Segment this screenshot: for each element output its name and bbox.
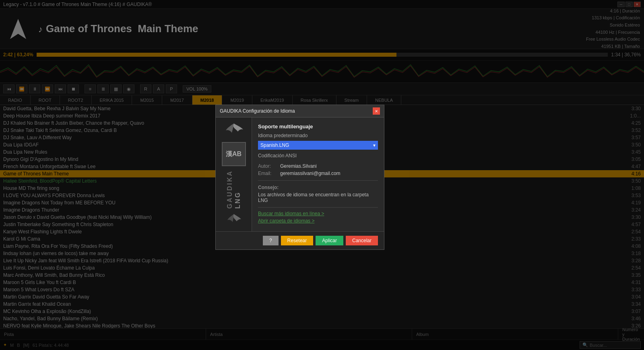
modal-titlebar: GAUDIKA Configuración de Idioma ✕ bbox=[216, 105, 384, 117]
modal-buttons: ? Resetear Aplicar Cancelar bbox=[216, 231, 384, 249]
consejo-text: Los archivos de idioma se encuentran en … bbox=[258, 192, 378, 203]
author-row: Autor: Geremias.Silvani bbox=[258, 163, 378, 169]
lang-label: Idioma predeterminado bbox=[258, 133, 378, 138]
gaudika-icon-box: 漢AB bbox=[222, 142, 246, 166]
email-label: Email: bbox=[258, 171, 280, 176]
ansi-label: Codificación ANSI bbox=[258, 153, 378, 159]
consejo-label: Consejo: bbox=[258, 185, 378, 190]
author-label: Autor: bbox=[258, 163, 280, 169]
apply-button[interactable]: Aplicar bbox=[316, 236, 343, 245]
modal-sidebar: 漢AB GAUDIKA LNG bbox=[216, 117, 252, 231]
modal-title: GAUDIKA Configuración de Idioma bbox=[220, 108, 295, 114]
gaudika-text-area: GAUDIKA LNG bbox=[226, 170, 242, 209]
modal-content: Soporte multilenguaje Idioma predetermin… bbox=[252, 117, 384, 231]
modal-body: 漢AB GAUDIKA LNG bbox=[216, 117, 384, 231]
lang-select[interactable]: Spanish.LNG English.LNG Portuguese.LNG bbox=[258, 141, 378, 150]
search-online-link[interactable]: Buscar más idiomas en línea > bbox=[258, 211, 378, 216]
bird-icon-top bbox=[224, 121, 244, 139]
help-button[interactable]: ? bbox=[263, 236, 279, 245]
open-folder-link[interactable]: Abrir carpeta de idiomas > bbox=[258, 218, 378, 224]
reset-button[interactable]: Resetear bbox=[281, 236, 314, 245]
gaudika-logo: 漢AB GAUDIKA LNG bbox=[220, 117, 248, 231]
email-value: geremiassilvani@gmail.com bbox=[280, 171, 341, 176]
email-row: Email: geremiassilvani@gmail.com bbox=[258, 171, 378, 176]
bird-icon-bottom bbox=[226, 212, 242, 227]
modal-divider2 bbox=[258, 207, 378, 208]
modal-overlay: GAUDIKA Configuración de Idioma ✕ 漢AB bbox=[0, 0, 644, 350]
cancel-button[interactable]: Cancelar bbox=[346, 236, 378, 245]
author-value: Geremias.Silvani bbox=[280, 163, 317, 169]
modal-divider bbox=[258, 180, 378, 181]
lang-select-wrapper: Spanish.LNG English.LNG Portuguese.LNG ▼ bbox=[258, 141, 378, 150]
language-config-modal: GAUDIKA Configuración de Idioma ✕ 漢AB bbox=[215, 105, 384, 250]
multilang-label: Soporte multilenguaje bbox=[258, 124, 378, 130]
modal-close-button[interactable]: ✕ bbox=[373, 107, 380, 115]
